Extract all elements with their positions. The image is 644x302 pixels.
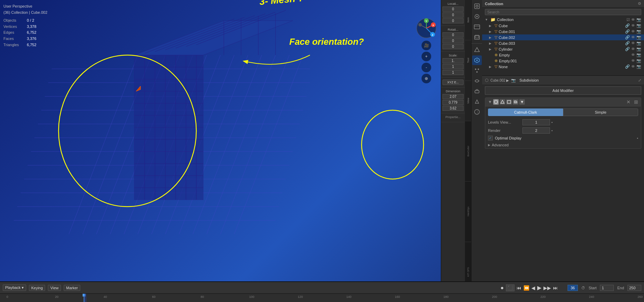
cube001-render-icon[interactable]: 📷 [636, 29, 641, 34]
empty-eye-icon[interactable]: 👁 [631, 53, 635, 57]
playback-dropdown[interactable]: Playback ▾ [3, 284, 26, 291]
outliner-item-empty[interactable]: ⊕ Empty 👁 📷 [482, 52, 644, 58]
outliner-item-empty001[interactable]: ⊕ Empty.001 👁 📷 [482, 58, 644, 64]
render-input[interactable] [522, 127, 550, 134]
location-z-input[interactable] [443, 18, 464, 23]
collection-eye-icon[interactable]: 👁 [631, 18, 635, 22]
dim-x-input[interactable] [443, 94, 464, 99]
timeline-row[interactable]: 020406080100120140160180200220240260 [0, 294, 644, 302]
record-button[interactable]: ● [500, 285, 504, 291]
cylinder-render-icon[interactable]: 📷 [636, 47, 641, 51]
cube-link-icon[interactable]: 🔗 [625, 23, 630, 28]
object-data-props-icon[interactable] [472, 97, 482, 106]
constraints-props-icon[interactable] [472, 86, 482, 96]
empty001-eye-icon[interactable]: 👁 [631, 59, 635, 63]
particles-props-icon[interactable] [472, 66, 482, 75]
modifier-icon-render[interactable] [506, 99, 512, 105]
add-modifier-button[interactable]: Add Modifier [485, 86, 641, 95]
clock-icon[interactable]: ⏱ [581, 286, 585, 290]
zoom-out-icon[interactable]: - [422, 63, 431, 72]
view-dropdown[interactable]: View [48, 285, 61, 291]
cylinder-eye-icon[interactable]: 👁 [631, 47, 635, 51]
location-y-input[interactable] [443, 12, 464, 18]
prev-frame-button[interactable]: ⏪ [523, 285, 529, 291]
modifier-fullscreen-icon[interactable]: ⤢ [638, 78, 641, 83]
modifier-icon-cam[interactable] [513, 99, 518, 105]
outliner-item-cube[interactable]: ▶ ▽ Cube 🔗 👁 📷 [482, 23, 644, 29]
cube002-link-icon[interactable]: 🔗 [625, 35, 630, 40]
dim-z-input[interactable] [443, 106, 464, 111]
cube003-render-icon[interactable]: 📷 [636, 41, 641, 45]
rotation-y-input[interactable] [443, 38, 464, 43]
outliner-item-cylinder[interactable]: ▶ ▽ Cylinder 🔗 👁 📷 [482, 46, 644, 52]
empty-render-icon[interactable]: 📷 [636, 53, 641, 57]
render-props-icon[interactable] [472, 12, 482, 21]
location-x-input[interactable] [443, 7, 464, 12]
none-render-icon[interactable]: 📷 [636, 64, 641, 69]
outliner-collection-root[interactable]: ▼ 📁 Collection ☑ 👁 📷 [482, 17, 644, 23]
skip-end-button[interactable]: ⏭ [553, 285, 558, 291]
collection-render-icon[interactable]: 📷 [636, 18, 641, 22]
outliner-item-cube001[interactable]: ▶ ▽ Cube.001 🔗 👁 📷 [482, 29, 644, 34]
rotation-x-input[interactable] [443, 32, 464, 38]
skip-start-button[interactable]: ⏮ [517, 285, 521, 291]
cube002-eye-icon[interactable]: 👁 [631, 35, 635, 40]
cube-eye-icon[interactable]: 👁 [631, 23, 635, 28]
outliner-item-cube002[interactable]: ▶ ▽ Cube.002 🔗 👁 📷 [482, 34, 644, 40]
modifier-expand-icon[interactable]: ⊞ [634, 99, 638, 105]
cube001-link-icon[interactable]: 🔗 [625, 29, 630, 34]
modifier-close-icon[interactable]: ✕ [626, 99, 631, 105]
start-frame-input[interactable] [600, 285, 614, 291]
cube003-eye-icon[interactable]: 👁 [631, 41, 635, 45]
expand-button[interactable]: ⬛ [506, 284, 515, 291]
next-button[interactable]: ▶▶ [543, 285, 551, 291]
modifier-down-arrow[interactable]: ▼ [488, 100, 492, 104]
empty001-render-icon[interactable]: 📷 [636, 59, 641, 63]
scale-z-input[interactable] [443, 70, 464, 75]
scale-y-input[interactable] [443, 64, 464, 69]
dim-y-input[interactable] [443, 100, 464, 105]
viewport-3d[interactable]: 3- Mesh ? Face orientation? User Perspec… [0, 0, 441, 302]
none-link-icon[interactable]: 🔗 [625, 64, 630, 69]
cube003-link-icon[interactable]: 🔗 [625, 41, 630, 45]
viewport-extras-icon[interactable]: ⊕ [422, 74, 431, 83]
cube001-eye-icon[interactable]: 👁 [631, 29, 635, 34]
cube-render-icon[interactable]: 📷 [636, 23, 641, 28]
levels-view-input[interactable] [522, 119, 550, 125]
modifier-icon-mesh[interactable] [500, 99, 505, 105]
simple-button[interactable]: Simple [563, 108, 638, 116]
modifier-dropdown-icon[interactable]: ▼ [519, 99, 525, 105]
orientation-gizmo[interactable]: Y X Z [415, 17, 437, 39]
outliner-item-cube003[interactable]: ▶ ▽ Cube.003 🔗 👁 📷 [482, 40, 644, 46]
physics-props-icon[interactable] [472, 76, 482, 86]
outliner-item-none[interactable]: ▶ ▽ None 🔗 👁 📷 [482, 64, 644, 70]
material-props-icon[interactable] [472, 107, 482, 117]
current-frame-display[interactable]: 36 [568, 285, 578, 291]
play-button[interactable]: ▶ [537, 284, 541, 291]
zoom-camera-icon[interactable]: 🎥 [422, 41, 431, 50]
end-frame-input[interactable] [627, 285, 641, 291]
properties-section[interactable]: Propertie... [441, 113, 465, 122]
optimal-display-checkbox[interactable]: ✓ [488, 136, 493, 140]
marker-dropdown[interactable]: Marker [64, 285, 80, 291]
filter-icon[interactable]: ⚙ [638, 1, 641, 6]
scale-x-input[interactable] [443, 58, 464, 63]
view-layer-props-icon[interactable] [472, 32, 482, 42]
zoom-in-icon[interactable]: + [422, 52, 431, 61]
keying-dropdown[interactable]: Keying [29, 285, 45, 291]
none-eye-icon[interactable]: 👁 [631, 64, 635, 69]
object-props-icon[interactable] [472, 45, 482, 55]
catmull-clark-button[interactable]: Catmull-Clark [488, 108, 563, 116]
prev-button[interactable]: ◀ [531, 285, 535, 291]
modifier-props-icon[interactable] [472, 55, 482, 65]
outliner-search-input[interactable] [485, 9, 641, 15]
output-props-icon[interactable] [472, 22, 482, 32]
cylinder-link-icon[interactable]: 🔗 [625, 47, 630, 51]
rotation-z-input[interactable] [443, 44, 464, 49]
modifier-display-icon[interactable] [493, 99, 499, 105]
xyz-euler-dropdown[interactable]: XYZ E... [443, 80, 464, 85]
advanced-toggle[interactable]: ▶ Advanced [488, 143, 638, 147]
cube002-render-icon[interactable]: 📷 [636, 35, 641, 40]
collection-checkbox-icon[interactable]: ☑ [626, 18, 630, 22]
scene-props-icon[interactable] [472, 1, 482, 11]
